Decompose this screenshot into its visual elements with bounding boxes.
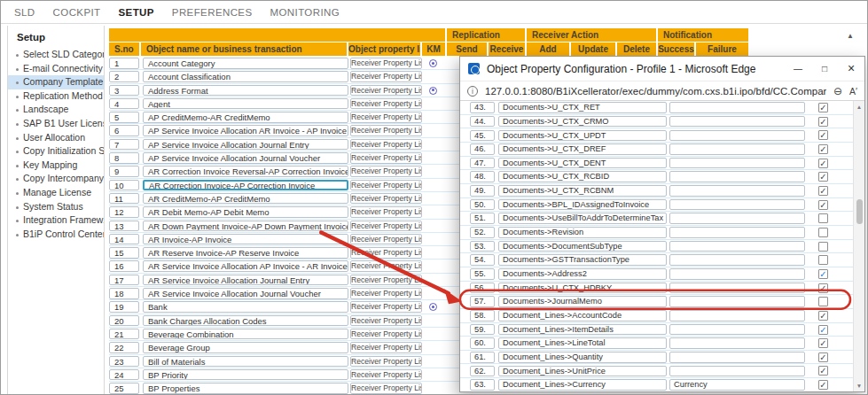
- receiver-property-list-button[interactable]: Receiver Property List: [350, 315, 422, 327]
- property-checkbox[interactable]: ✓: [818, 117, 828, 127]
- property-value-field[interactable]: [669, 310, 805, 321]
- receiver-property-list-button[interactable]: Receiver Property List: [350, 369, 422, 381]
- topnav-item-sld[interactable]: SLD: [14, 7, 35, 18]
- read-aloud-icon[interactable]: A′: [849, 86, 857, 97]
- property-checkbox[interactable]: ✓: [818, 269, 828, 279]
- topnav-item-preferences[interactable]: PREFERENCES: [172, 7, 253, 18]
- property-value-field[interactable]: [669, 366, 805, 377]
- popup-address-bar[interactable]: i 127.0.0.1:8080/B1iXcellerator/exec/dum…: [460, 81, 864, 101]
- receiver-property-list-button[interactable]: Receiver Property List: [350, 221, 422, 232]
- row-object-name[interactable]: BP Priority: [143, 369, 348, 381]
- property-value-field[interactable]: [669, 102, 805, 113]
- sidebar-item[interactable]: B1iP Control Center: [8, 228, 104, 242]
- receiver-property-list-button[interactable]: Receiver Property List: [350, 206, 422, 218]
- property-value-field[interactable]: [669, 241, 805, 252]
- receiver-property-list-button[interactable]: Receiver Property List: [350, 71, 422, 82]
- receiver-property-list-button[interactable]: Receiver Property List: [350, 383, 422, 394]
- property-value-field[interactable]: [669, 254, 805, 266]
- row-object-name[interactable]: AR Correction Invoice Reversal-AP Correc…: [143, 166, 348, 177]
- property-checkbox[interactable]: ✓: [818, 186, 828, 196]
- property-value-field[interactable]: [669, 130, 805, 142]
- property-checkbox[interactable]: ✓: [818, 283, 828, 293]
- sidebar-item[interactable]: Copy Initialization S...: [8, 144, 104, 159]
- sidebar-item[interactable]: Key Mapping: [8, 159, 104, 173]
- property-value-field[interactable]: [669, 116, 805, 128]
- row-object-name[interactable]: AP CreditMemo-AR CreditMemo: [143, 112, 348, 123]
- sidebar-item[interactable]: Copy Intercompany ...: [8, 172, 104, 186]
- row-object-name[interactable]: AR Service Invoice Allocation Journal En…: [143, 275, 348, 286]
- property-checkbox[interactable]: ✓: [818, 352, 828, 362]
- receiver-property-list-button[interactable]: Receiver Property List: [350, 329, 422, 340]
- receiver-property-list-button[interactable]: Receiver Property List: [350, 342, 422, 353]
- property-checkbox[interactable]: [818, 255, 828, 265]
- property-checkbox[interactable]: ✓: [818, 159, 828, 168]
- property-checkbox[interactable]: [818, 242, 828, 252]
- property-checkbox[interactable]: ✓: [818, 366, 828, 376]
- receiver-property-list-button[interactable]: Receiver Property List: [350, 260, 422, 272]
- property-value-field[interactable]: [669, 337, 805, 349]
- row-object-name[interactable]: Account Category: [143, 58, 348, 69]
- property-value-field[interactable]: Currency: [669, 379, 805, 391]
- popup-scroll-up-icon[interactable]: ▲: [854, 101, 864, 112]
- row-object-name[interactable]: Address Format: [143, 85, 348, 97]
- zoom-out-icon[interactable]: ⊖: [833, 85, 842, 97]
- receiver-property-list-button[interactable]: Receiver Property List: [350, 152, 422, 164]
- maximize-button[interactable]: □: [811, 57, 838, 81]
- row-object-name[interactable]: AR Reserve Invoice-AP Reserve Invoice: [143, 247, 348, 259]
- property-value-field[interactable]: [669, 213, 805, 224]
- key-mapping-icon[interactable]: [429, 303, 437, 311]
- property-value-field[interactable]: [669, 143, 805, 155]
- receiver-property-list-button[interactable]: Receiver Property List: [350, 288, 422, 299]
- sidebar-item[interactable]: System Status: [8, 200, 104, 214]
- row-object-name[interactable]: AR Correction Invoice-AP Correction Invo…: [143, 180, 348, 191]
- property-checkbox[interactable]: [818, 213, 828, 223]
- topnav-item-cockpit[interactable]: COCKPIT: [53, 7, 101, 18]
- key-mapping-icon[interactable]: [429, 87, 437, 95]
- receiver-property-list-button[interactable]: Receiver Property List: [350, 301, 422, 313]
- row-object-name[interactable]: AR Service Invoice Allocation Journal Vo…: [143, 288, 348, 299]
- receiver-property-list-button[interactable]: Receiver Property List: [350, 180, 422, 191]
- sidebar-item[interactable]: Select SLD Category: [8, 48, 104, 62]
- popup-scrollbar[interactable]: ▲ ▼: [853, 101, 864, 391]
- row-object-name[interactable]: AR Invoice-AP Invoice: [143, 234, 348, 245]
- row-object-name[interactable]: Bank: [143, 301, 348, 313]
- property-value-field[interactable]: [669, 352, 805, 363]
- receiver-property-list-button[interactable]: Receiver Property List: [350, 275, 422, 286]
- property-checkbox[interactable]: [818, 228, 828, 237]
- receiver-property-list-button[interactable]: Receiver Property List: [350, 85, 422, 97]
- property-value-field[interactable]: [669, 296, 805, 307]
- receiver-property-list-button[interactable]: Receiver Property List: [350, 166, 422, 177]
- sidebar-item[interactable]: Company Template: [8, 75, 104, 89]
- sidebar-item[interactable]: Manage License: [8, 186, 104, 200]
- popup-titlebar[interactable]: Object Property Configuration - Profile …: [460, 57, 864, 81]
- property-value-field[interactable]: [669, 199, 805, 211]
- property-checkbox[interactable]: ✓: [818, 380, 828, 390]
- page-scroll-up-icon[interactable]: ▲: [842, 29, 858, 43]
- popup-url[interactable]: 127.0.0.1:8080/B1iXcellerator/exec/dummy…: [485, 86, 826, 97]
- property-value-field[interactable]: [669, 268, 805, 280]
- row-object-name[interactable]: AP Service Invoice Allocation AR Invoice…: [143, 125, 348, 136]
- receiver-property-list-button[interactable]: Receiver Property List: [350, 139, 422, 151]
- key-mapping-icon[interactable]: [429, 59, 437, 67]
- row-object-name[interactable]: AR Debit Memo-AP Debit Memo: [143, 206, 348, 218]
- sidebar-item[interactable]: User Allocation: [8, 131, 104, 145]
- property-checkbox[interactable]: ✓: [818, 172, 828, 182]
- property-checkbox[interactable]: ✓: [818, 338, 828, 348]
- close-button[interactable]: ×: [838, 57, 864, 81]
- row-object-name[interactable]: Beverage Combination: [143, 329, 348, 340]
- property-value-field[interactable]: [669, 158, 805, 169]
- sidebar-item[interactable]: E-mail Connectivity: [8, 62, 104, 76]
- receiver-property-list-button[interactable]: Receiver Property List: [350, 193, 422, 205]
- property-value-field[interactable]: [669, 227, 805, 238]
- property-value-field[interactable]: [669, 283, 805, 294]
- row-object-name[interactable]: AP Service Invoice Allocation Journal Vo…: [143, 152, 348, 164]
- row-object-name[interactable]: Account Classification: [143, 71, 348, 82]
- row-object-name[interactable]: AP Service Invoice Allocation Journal En…: [143, 139, 348, 151]
- receiver-property-list-button[interactable]: Receiver Property List: [350, 356, 422, 368]
- row-object-name[interactable]: Agent: [143, 98, 348, 110]
- row-object-name[interactable]: Beverage Group: [143, 342, 348, 353]
- property-checkbox[interactable]: ✓: [818, 103, 828, 112]
- sidebar-item[interactable]: Replication Method: [8, 89, 104, 104]
- topnav-item-monitoring[interactable]: MONITORING: [270, 7, 340, 18]
- receiver-property-list-button[interactable]: Receiver Property List: [350, 247, 422, 259]
